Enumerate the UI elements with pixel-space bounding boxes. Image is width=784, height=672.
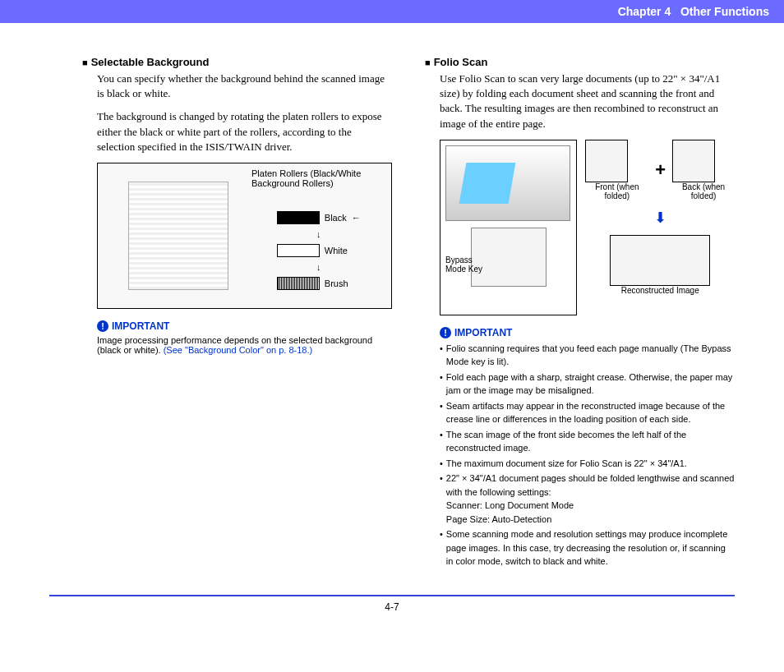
section-heading-selectable-bg: ■Selectable Background <box>82 56 392 68</box>
reconstructed-illustration <box>610 235 710 286</box>
important-bullets: •Folio scanning requires that you feed e… <box>440 342 735 568</box>
list-item: •The maximum document size for Folio Sca… <box>440 457 735 471</box>
back-fold-illustration <box>672 140 715 182</box>
bullet-icon: • <box>440 457 443 471</box>
list-item: •The scan image of the front side become… <box>440 428 735 455</box>
page-number: 4-7 <box>385 601 399 613</box>
important-note: ! IMPORTANT Image processing performance… <box>97 320 392 355</box>
folio-result-column: Front (when folded) + Back (when folded)… <box>585 140 735 315</box>
roller-legend: Platen Rollers (Black/White Background R… <box>277 182 361 290</box>
chapter-title: Other Functions <box>680 5 769 18</box>
bullet-text: The maximum document size for Folio Scan… <box>446 457 687 471</box>
front-back-row: Front (when folded) + Back (when folded) <box>585 140 735 200</box>
body-paragraph: Use Folio Scan to scan very large docume… <box>440 71 735 131</box>
important-label: ! IMPORTANT <box>440 327 735 338</box>
page-footer: 4-7 <box>49 595 735 613</box>
arrow-down-icon: ↓ <box>277 229 361 239</box>
important-text: IMPORTANT <box>454 327 512 338</box>
important-label: ! IMPORTANT <box>97 320 392 332</box>
plus-icon: + <box>655 159 666 181</box>
bullet-text: Some scanning mode and resolution settin… <box>446 527 735 568</box>
list-item: •Folio scanning requires that you feed e… <box>440 342 735 369</box>
reconstructed-label: Reconstructed Image <box>585 286 735 295</box>
bullet-icon: • <box>440 371 443 398</box>
label-brush: Brush <box>325 278 348 288</box>
swatch-black <box>277 211 320 224</box>
bullet-text: Fold each page with a sharp, straight cr… <box>446 371 735 398</box>
body-paragraph: The background is changed by rotating th… <box>97 109 392 154</box>
heading-text: Folio Scan <box>434 56 488 68</box>
bullet-text: Folio scanning requires that you feed ea… <box>446 342 735 369</box>
cross-reference-link[interactable]: (See "Background Color" on p. 8-18.) <box>164 345 312 355</box>
list-item: •22" × 34"/A1 document pages should be f… <box>440 472 735 526</box>
arrow-icon: ← <box>352 213 361 223</box>
list-item: •Fold each page with a sharp, straight c… <box>440 371 735 398</box>
chapter-number: Chapter 4 <box>618 5 671 18</box>
swatch-white <box>277 244 320 257</box>
scanner-illustration <box>128 182 228 290</box>
chapter-header: Chapter 4 Other Functions <box>0 0 784 23</box>
label-black: Black <box>325 213 347 223</box>
front-fold-illustration <box>585 140 628 182</box>
right-column: ■Folio Scan Use Folio Scan to scan very … <box>425 56 735 570</box>
important-note: ! IMPORTANT <box>440 327 735 338</box>
diagram-caption: Platen Rollers (Black/White Background R… <box>251 168 383 188</box>
arrow-down-icon: ↓ <box>277 262 361 272</box>
bullet-icon: • <box>440 399 443 426</box>
scanner-tray-illustration <box>445 145 570 221</box>
bypass-mode-label: Bypass Mode Key <box>445 255 487 274</box>
bullet-icon: • <box>440 472 443 526</box>
arrow-down-icon: ⬇ <box>585 209 735 227</box>
bullet-square-icon: ■ <box>425 58 431 67</box>
bullet-icon: • <box>440 428 443 455</box>
bullet-text: The scan image of the front side becomes… <box>446 428 735 455</box>
section-heading-folio: ■Folio Scan <box>425 56 735 68</box>
front-label: Front (when folded) <box>585 182 648 200</box>
page-body: ■Selectable Background You can specify w… <box>0 23 784 587</box>
bullet-text: 22" × 34"/A1 document pages should be fo… <box>446 472 735 526</box>
bullet-icon: • <box>440 527 443 568</box>
swatch-brush <box>277 277 320 290</box>
platen-roller-diagram: Platen Rollers (Black/White Background R… <box>97 163 392 309</box>
bullet-icon: • <box>440 342 443 369</box>
back-label: Back (when folded) <box>672 182 735 200</box>
list-item: •Some scanning mode and resolution setti… <box>440 527 735 568</box>
bullet-text: Seam artifacts may appear in the reconst… <box>446 399 735 426</box>
label-white: White <box>325 246 348 255</box>
left-column: ■Selectable Background You can specify w… <box>82 56 392 570</box>
heading-text: Selectable Background <box>91 56 210 68</box>
important-body: Image processing performance depends on … <box>97 335 392 355</box>
body-paragraph: You can specify whether the background b… <box>97 71 392 101</box>
list-item: •Seam artifacts may appear in the recons… <box>440 399 735 426</box>
important-icon: ! <box>440 327 451 338</box>
important-icon: ! <box>97 320 108 332</box>
folio-diagram: Bypass Mode Key Front (when folded) + Ba… <box>440 140 735 315</box>
important-text: IMPORTANT <box>112 320 169 332</box>
folio-scanner-box: Bypass Mode Key <box>440 140 577 315</box>
bullet-square-icon: ■ <box>82 58 88 67</box>
